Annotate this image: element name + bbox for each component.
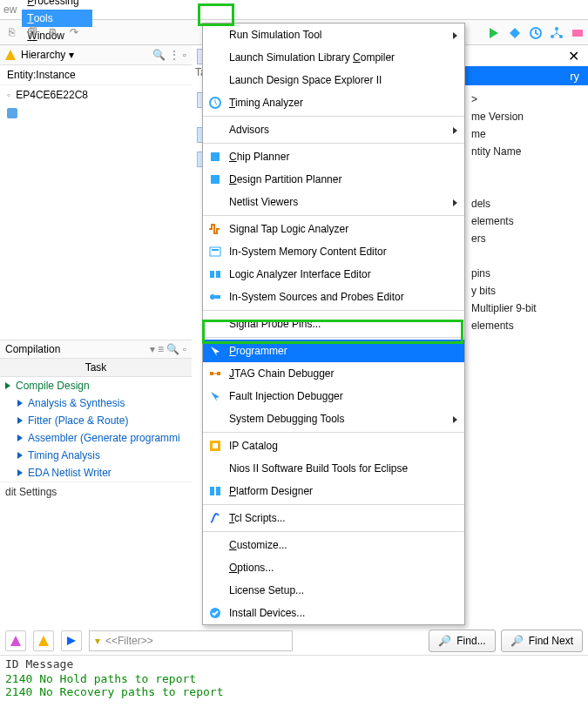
menubar: ew ProjectAssignmentsProcessingToolsWind… [0, 0, 588, 20]
menu-item-netlist-viewers[interactable]: Netlist Viewers [203, 191, 464, 213]
svg-marker-1 [510, 28, 520, 38]
svg-rect-11 [212, 249, 219, 251]
svg-rect-20 [210, 487, 214, 495]
logic-icon [208, 267, 222, 281]
menu-item-nios-ii-software-build-tools-for-eclipse[interactable]: Nios II Software Build Tools for Eclipse [203, 457, 464, 480]
menu-item-license-setup[interactable]: License Setup... [203, 579, 464, 602]
menu-item-advisors[interactable]: Advisors [203, 118, 464, 141]
menu-item-system-debugging-tools[interactable]: System Debugging Tools [203, 408, 464, 430]
summary-values: >me Versionmentity Name delselementsers … [463, 85, 588, 340]
svg-rect-16 [210, 372, 213, 375]
toolbar-button[interactable]: ⎘ [3, 24, 19, 40]
compile-icon[interactable] [487, 26, 501, 40]
tasks-header: Task [0, 359, 192, 377]
menu-item-signal-probe-pins[interactable]: Signal Probe Pins... [203, 313, 464, 335]
svg-marker-25 [67, 637, 76, 645]
hierarchy-icon [5, 50, 16, 60]
chip-icon [208, 150, 222, 164]
svg-rect-17 [217, 372, 220, 375]
tools-menu: Run Simulation ToolLaunch Simulation Lib… [202, 23, 465, 625]
svg-rect-21 [216, 487, 220, 495]
svg-rect-13 [216, 271, 220, 278]
svg-rect-9 [211, 175, 220, 184]
menu-item-jtag-chain-debugger[interactable]: JTAG Chain Debugger [203, 362, 464, 385]
binoculars-icon: 🔎 [510, 635, 524, 647]
messages-header: ID Message [0, 656, 588, 672]
menu-item-design-partition-planner[interactable]: Design Partition Planner [203, 168, 464, 191]
svg-rect-10 [210, 247, 220, 256]
install-icon [208, 606, 222, 620]
mem-icon [208, 245, 222, 259]
clock-icon [208, 96, 222, 110]
svg-rect-6 [572, 30, 583, 37]
binoculars-icon: 🔎 [438, 635, 451, 647]
menu-item-install-devices[interactable]: Install Devices... [203, 602, 464, 624]
svg-point-3 [555, 27, 558, 30]
svg-rect-19 [213, 443, 218, 448]
menu-item-options[interactable]: Options... [203, 556, 464, 579]
close-tab[interactable]: ✕ [463, 45, 588, 66]
svg-point-14 [210, 294, 215, 300]
stop-icon[interactable] [508, 26, 522, 40]
task-item[interactable]: Assembler (Generate programmi [0, 429, 192, 447]
menu-processing[interactable]: Processing [22, 0, 92, 10]
toolbar-button[interactable]: 🗎 [45, 24, 61, 40]
tree-icon[interactable] [550, 26, 564, 40]
svg-rect-15 [215, 295, 220, 299]
chip-icon [208, 172, 222, 186]
task-item[interactable]: EDA Netlist Writer [0, 464, 192, 482]
panel-menu-icon[interactable]: ⋮ [169, 49, 179, 61]
svg-rect-8 [211, 152, 220, 161]
jtag-icon [208, 367, 222, 381]
menu-item-platform-designer[interactable]: Platform Designer [203, 480, 464, 502]
hierarchy-header: Hierarchy ▾ 🔍 ⋮ ▫ [0, 45, 192, 65]
filter-input[interactable]: ▾<<Filter>> [89, 630, 293, 651]
menu-item-launch-design-space-explorer-ii[interactable]: Launch Design Space Explorer II [203, 69, 464, 91]
clock-icon[interactable] [529, 26, 543, 40]
menu-item-programmer[interactable]: Programmer [203, 340, 464, 362]
task-item[interactable]: Analysis & Synthesis [0, 394, 192, 412]
menu-item-in-system-sources-and-probes-editor[interactable]: In-System Sources and Probes Editor [203, 286, 464, 308]
menu-item-run-simulation-tool[interactable]: Run Simulation Tool [203, 24, 464, 46]
filter-info-icon[interactable] [61, 630, 82, 651]
menu-item-tcl-scripts[interactable]: Tcl Scripts... [203, 507, 464, 529]
pin-icon[interactable] [571, 26, 585, 40]
menu-item-timing-analyzer[interactable]: Timing Analyzer [203, 91, 464, 114]
device-row[interactable]: ◦ EP4CE6E22C8 [0, 85, 192, 104]
edit-settings[interactable]: dit Settings [0, 482, 192, 502]
wave-icon [208, 222, 222, 236]
toolbar-button[interactable]: ↷ [66, 24, 82, 40]
toolbar-button[interactable]: 🗐 [24, 24, 40, 40]
filter-warn-icon[interactable] [33, 630, 54, 651]
menu-item-fault-injection-debugger[interactable]: Fault Injection Debugger [203, 385, 464, 408]
menu-item-logic-analyzer-interface-editor[interactable]: Logic Analyzer Interface Editor [203, 263, 464, 286]
task-item[interactable]: Compile Design [0, 377, 192, 394]
panel-buttons[interactable]: ▾ ≡ 🔍 ▫ [150, 343, 186, 355]
svg-marker-23 [10, 636, 21, 646]
fault-icon [208, 389, 222, 403]
menu-item-signal-tap-logic-analyzer[interactable]: Signal Tap Logic Analyzer [203, 218, 464, 240]
svg-marker-0 [490, 28, 498, 38]
filter-error-icon[interactable] [5, 630, 26, 651]
entity-node[interactable] [0, 104, 192, 122]
search-icon[interactable]: 🔍 [152, 49, 166, 61]
menu-item-ip-catalog[interactable]: IP Catalog [203, 434, 464, 457]
menubar-cut-text: ew [3, 3, 17, 16]
funnel-icon: ▾ [95, 635, 100, 647]
menu-item-in-system-memory-content-editor[interactable]: In-System Memory Content Editor [203, 240, 464, 263]
collapse-icon[interactable]: ▫ [183, 49, 186, 61]
tcl-icon [208, 511, 222, 525]
task-item[interactable]: Fitter (Place & Route) [0, 412, 192, 429]
svg-marker-24 [38, 636, 49, 646]
menu-item-launch-simulation-library-compiler[interactable]: Launch Simulation Library Compiler [203, 46, 464, 69]
menu-item-chip-planner[interactable]: Chip Planner [203, 145, 464, 168]
task-item[interactable]: Timing Analysis [0, 447, 192, 464]
ip-icon [208, 439, 222, 453]
right-pane: ✕ ry >me Versionmentity Name delselement… [462, 45, 588, 340]
find-next-button[interactable]: 🔎Find Next [501, 630, 583, 652]
find-button[interactable]: 🔎Find... [429, 630, 495, 652]
probe-icon [208, 290, 222, 304]
compilation-header: Compilation ▾ ≡ 🔍 ▫ [0, 340, 192, 359]
menu-item-customize[interactable]: Customize... [203, 534, 464, 556]
svg-rect-12 [210, 271, 214, 278]
